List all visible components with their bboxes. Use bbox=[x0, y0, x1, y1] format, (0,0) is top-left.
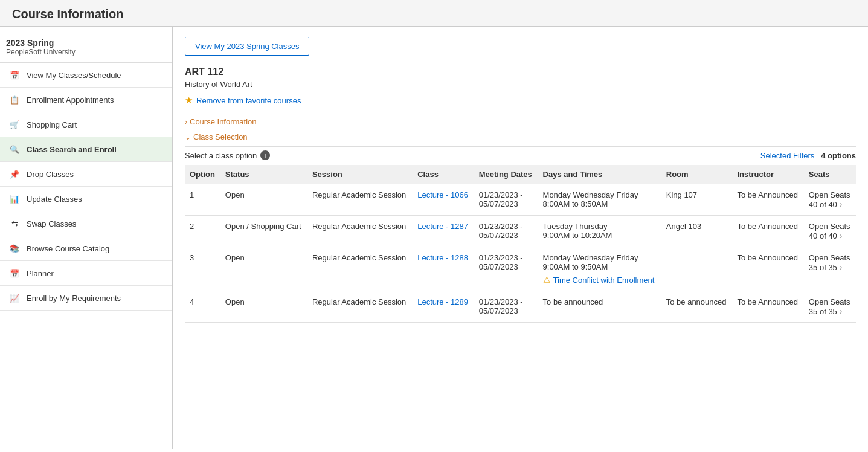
class-table: OptionStatusSessionClassMeeting DatesDay… bbox=[185, 165, 856, 323]
cell-session: Regular Academic Session bbox=[307, 216, 413, 247]
seats-label: Open Seats40 of 40 bbox=[809, 222, 850, 241]
row-chevron-icon[interactable]: › bbox=[837, 306, 843, 316]
institution-name: PeopleSoft University bbox=[6, 48, 166, 56]
col-header-session: Session bbox=[307, 165, 413, 184]
days-times-text: 8:00AM to 8:50AM bbox=[543, 199, 608, 208]
divider-1 bbox=[185, 112, 856, 112]
seats-label: Open Seats40 of 40 bbox=[809, 190, 850, 209]
cell-session: Regular Academic Session bbox=[307, 247, 413, 291]
search-icon: 🔍 bbox=[8, 143, 21, 155]
class-selection-label: Class Selection bbox=[193, 132, 248, 141]
chevron-right-icon: › bbox=[185, 118, 187, 126]
row-chevron-icon[interactable]: › bbox=[837, 199, 843, 209]
days-times-text: Monday Wednesday Friday bbox=[543, 190, 638, 199]
table-header: OptionStatusSessionClassMeeting DatesDay… bbox=[185, 165, 856, 184]
sidebar-item-browse-catalog[interactable]: 📚Browse Course Catalog bbox=[0, 236, 172, 261]
cell-session: Regular Academic Session bbox=[307, 291, 413, 323]
drop-icon: 📌 bbox=[8, 168, 21, 180]
course-info-toggle[interactable]: › Course Information bbox=[185, 116, 856, 128]
cell-meeting-dates: 01/23/2023 -05/07/2023 bbox=[474, 216, 538, 247]
sidebar-item-enrollment-appointments[interactable]: 📋Enrollment Appointments bbox=[0, 88, 172, 112]
select-option-label: Select a class option bbox=[185, 151, 257, 160]
cell-instructor: To be Announced bbox=[732, 291, 803, 323]
cell-option: 2 bbox=[185, 216, 220, 247]
col-header-status: Status bbox=[220, 165, 307, 184]
swap-icon: ⇆ bbox=[8, 218, 21, 230]
sidebar-item-swap-classes[interactable]: ⇆Swap Classes bbox=[0, 211, 172, 236]
seats-label: Open Seats35 of 35 bbox=[809, 253, 850, 272]
remove-favorite-link[interactable]: Remove from favorite courses bbox=[196, 96, 301, 105]
cell-days-times: Monday Wednesday Friday8:00AM to 8:50AM bbox=[538, 184, 661, 216]
time-conflict-link[interactable]: Time Conflict with Enrollment bbox=[553, 276, 655, 285]
col-header-room: Room bbox=[661, 165, 733, 184]
sidebar-item-shopping-cart[interactable]: 🛒Shopping Cart bbox=[0, 112, 172, 137]
time-conflict-row: ⚠Time Conflict with Enrollment bbox=[543, 275, 657, 285]
cell-seats: Open Seats35 of 35› bbox=[804, 291, 856, 323]
page-header: Course Information bbox=[0, 0, 868, 27]
view-spring-classes-button[interactable]: View My 2023 Spring Classes bbox=[185, 37, 309, 56]
cell-option: 1 bbox=[185, 184, 220, 216]
col-header-option: Option bbox=[185, 165, 220, 184]
cell-seats: Open Seats40 of 40› bbox=[804, 216, 856, 247]
col-header-meeting-dates: Meeting Dates bbox=[474, 165, 538, 184]
cart-icon: 🛒 bbox=[8, 118, 21, 131]
cell-session: Regular Academic Session bbox=[307, 184, 413, 216]
table-row: 1OpenRegular Academic SessionLecture - 1… bbox=[185, 184, 856, 216]
main-content: View My 2023 Spring Classes ART 112 Hist… bbox=[173, 27, 868, 449]
selected-filters-link[interactable]: Selected Filters bbox=[760, 151, 815, 160]
info-icon[interactable]: i bbox=[260, 150, 270, 160]
col-header-days-and-times: Days and Times bbox=[538, 165, 661, 184]
course-code: ART 112 bbox=[185, 66, 856, 77]
cell-room: King 107 bbox=[661, 184, 733, 216]
cell-instructor: To be Announced bbox=[732, 184, 803, 216]
term-label: 2023 Spring bbox=[6, 38, 166, 48]
cell-class: Lecture - 1066 bbox=[413, 184, 474, 216]
days-times-text: To be announced bbox=[543, 297, 603, 306]
star-icon: ★ bbox=[185, 95, 193, 106]
cell-status: Open bbox=[220, 291, 307, 323]
sidebar-item-planner[interactable]: 📅Planner bbox=[0, 261, 172, 286]
cell-room: Angel 103 bbox=[661, 216, 733, 247]
requirements-icon: 📈 bbox=[8, 292, 21, 304]
cell-days-times: Monday Wednesday Friday9:00AM to 9:50AM⚠… bbox=[538, 247, 661, 291]
chevron-down-icon: ⌄ bbox=[185, 133, 191, 141]
institution-info: 2023 Spring PeopleSoft University bbox=[0, 33, 172, 63]
sidebar-item-enroll-requirements[interactable]: 📈Enroll by My Requirements bbox=[0, 286, 172, 311]
table-row: 3OpenRegular Academic SessionLecture - 1… bbox=[185, 247, 856, 291]
table-row: 4OpenRegular Academic SessionLecture - 1… bbox=[185, 291, 856, 323]
cell-option: 4 bbox=[185, 291, 220, 323]
cell-room bbox=[661, 247, 733, 291]
sidebar-item-drop-classes[interactable]: 📌Drop Classes bbox=[0, 162, 172, 187]
planner-icon: 📅 bbox=[8, 267, 21, 279]
sidebar-item-view-classes[interactable]: 📅View My Classes/Schedule bbox=[0, 63, 172, 88]
cell-meeting-dates: 01/23/2023 -05/07/2023 bbox=[474, 184, 538, 216]
seats-label: Open Seats35 of 35 bbox=[809, 297, 850, 316]
cell-meeting-dates: 01/23/2023 -05/07/2023 bbox=[474, 247, 538, 291]
lecture-link-2[interactable]: Lecture - 1287 bbox=[417, 222, 468, 231]
cell-class: Lecture - 1289 bbox=[413, 291, 474, 323]
row-chevron-icon[interactable]: › bbox=[837, 231, 843, 241]
sidebar-item-label-planner: Planner bbox=[27, 269, 54, 278]
cell-status: Open bbox=[220, 247, 307, 291]
warning-icon: ⚠ bbox=[543, 275, 551, 285]
filter-row: Select a class option i Selected Filters… bbox=[185, 150, 856, 160]
lecture-link-3[interactable]: Lecture - 1288 bbox=[417, 253, 468, 262]
catalog-icon: 📚 bbox=[8, 242, 21, 254]
sidebar-item-class-search-enroll[interactable]: 🔍Class Search and Enroll bbox=[0, 137, 172, 162]
cell-instructor: To be Announced bbox=[732, 247, 803, 291]
lecture-link-4[interactable]: Lecture - 1289 bbox=[417, 297, 468, 306]
sidebar-item-update-classes[interactable]: 📊Update Classes bbox=[0, 187, 172, 211]
class-selection-toggle[interactable]: ⌄ Class Selection bbox=[185, 131, 856, 143]
row-chevron-icon[interactable]: › bbox=[837, 262, 843, 272]
course-title: History of World Art bbox=[185, 80, 856, 89]
divider-2 bbox=[185, 146, 856, 147]
table-body: 1OpenRegular Academic SessionLecture - 1… bbox=[185, 184, 856, 323]
cell-seats: Open Seats40 of 40› bbox=[804, 184, 856, 216]
favorite-row: ★ Remove from favorite courses bbox=[185, 95, 856, 106]
sidebar-item-label-shopping-cart: Shopping Cart bbox=[27, 120, 77, 129]
days-times-text: Tuesday Thursday bbox=[543, 222, 608, 231]
sidebar: 2023 Spring PeopleSoft University 📅View … bbox=[0, 27, 173, 449]
lecture-link-1[interactable]: Lecture - 1066 bbox=[417, 190, 468, 199]
cell-status: Open / Shopping Cart bbox=[220, 216, 307, 247]
days-times-text: 9:00AM to 9:50AM bbox=[543, 262, 608, 271]
